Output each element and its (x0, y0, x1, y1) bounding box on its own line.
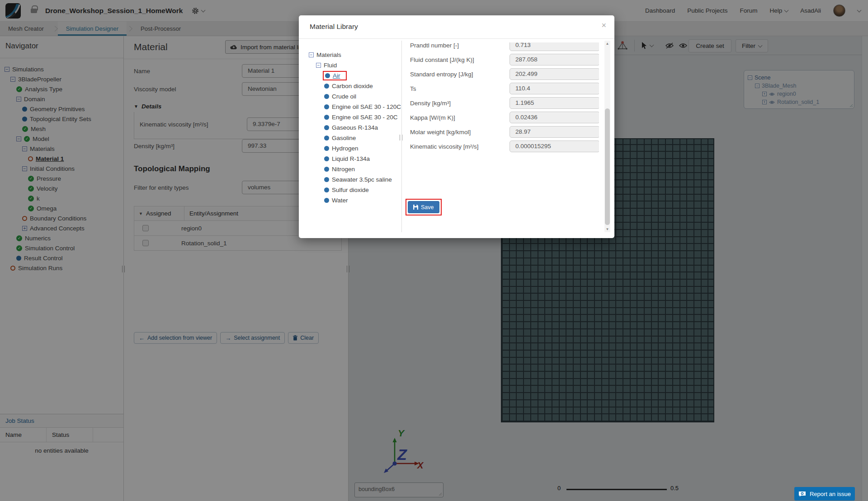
material-properties-form: Prandtl number [-] 0.713 Fluid constant … (406, 42, 599, 232)
modal-title: Material Library (310, 23, 358, 31)
dot-icon (324, 115, 329, 120)
tree-item-air[interactable]: Air (309, 70, 399, 81)
dot-icon (324, 156, 329, 161)
ts-input[interactable]: 110.4 (509, 83, 599, 94)
form-row: Prandtl number [-] 0.713 (410, 42, 597, 52)
dot-icon (324, 125, 329, 130)
report-issue-button[interactable]: Report an issue (794, 487, 855, 501)
modal-scrollbar[interactable]: ▲ ▼ (604, 41, 610, 232)
save-button[interactable]: Save (408, 201, 439, 213)
scroll-down-icon[interactable]: ▼ (604, 227, 610, 231)
tree-item-sulfur-dioxide[interactable]: Sulfur dioxide (309, 185, 399, 195)
tree-item-gasoline[interactable]: Gasoline (309, 133, 399, 143)
collapse-box-icon[interactable] (309, 52, 314, 57)
tree-item-nitrogen[interactable]: Nitrogen (309, 164, 399, 174)
tree-item-engine-oil-20c[interactable]: Engine oil SAE 30 - 20C (309, 112, 399, 122)
fluid-constant-label: Fluid constant [J/(kg K)] (410, 56, 474, 63)
form-row: Molar weight [kg/kmol] 28.97 (410, 125, 597, 139)
tree-item-materials[interactable]: Materials (309, 50, 399, 60)
dot-icon (324, 177, 329, 182)
prandtl-input[interactable]: 0.713 (509, 42, 599, 51)
ts-label: Ts (410, 85, 416, 92)
material-library-tree: Materials Fluid Air Carbon dioxide Crude… (309, 50, 399, 206)
kinematic-viscosity-label: Kinematic viscosity [m²/s] (410, 143, 479, 150)
tree-item-liquid-r134a[interactable]: Liquid R-134a (309, 154, 399, 164)
dot-icon (324, 187, 329, 192)
prandtl-label: Prandtl number [-] (410, 42, 459, 49)
dot-icon (324, 167, 329, 172)
camera-bubble-icon (798, 491, 806, 497)
standard-entropy-input[interactable]: 202.499 (509, 68, 599, 80)
dot-icon (324, 198, 329, 203)
form-row: Standard entropy [J/kg] 202.499 (410, 67, 597, 81)
form-row: Density [kg/m³] 1.1965 (410, 96, 597, 110)
tree-item-seawater[interactable]: Seawater 3.5pc saline (309, 174, 399, 185)
form-row: Kappa [W/(m K)] 0.02436 (410, 110, 597, 125)
dot-icon (324, 94, 329, 99)
molar-weight-label: Molar weight [kg/kmol] (410, 129, 471, 136)
molar-weight-input[interactable]: 28.97 (509, 126, 599, 138)
form-row: Kinematic viscosity [m²/s] 0.000015295 (410, 139, 597, 154)
close-icon[interactable]: × (601, 21, 606, 30)
tree-item-carbon-dioxide[interactable]: Carbon dioxide (309, 81, 399, 91)
scrollbar-thumb[interactable] (605, 108, 610, 225)
dot-icon (324, 146, 329, 151)
form-row: Fluid constant [J/(kg K)] 287.058 (410, 52, 597, 67)
density-label: Density [kg/m³] (410, 100, 451, 107)
dot-icon (324, 136, 329, 140)
material-library-modal: Material Library × Materials Fluid Air C… (299, 15, 614, 238)
tree-item-hydrogen[interactable]: Hydrogen (309, 143, 399, 154)
collapse-box-icon[interactable] (316, 63, 321, 68)
tutorial-highlight-box: Air (323, 71, 347, 80)
kappa-input[interactable]: 0.02436 (509, 112, 599, 123)
density-input[interactable]: 1.1965 (509, 97, 599, 109)
modal-header: Material Library × (299, 15, 614, 39)
save-floppy-icon (413, 205, 418, 210)
dot-icon (324, 84, 329, 89)
tutorial-highlight-box: Save (406, 199, 442, 215)
tree-item-fluid[interactable]: Fluid (309, 60, 399, 70)
dot-icon (325, 73, 330, 78)
kinematic-viscosity-input[interactable]: 0.000015295 (509, 140, 599, 152)
kappa-label: Kappa [W/(m K)] (410, 114, 455, 121)
fluid-constant-input[interactable]: 287.058 (509, 54, 599, 66)
tree-item-crude-oil[interactable]: Crude oil (309, 91, 399, 102)
modal-split-handle[interactable] (400, 135, 402, 140)
tree-item-engine-oil-120c[interactable]: Engine oil SAE 30 - 120C (309, 102, 399, 112)
form-row: Ts 110.4 (410, 81, 597, 96)
scroll-up-icon[interactable]: ▲ (604, 42, 610, 46)
dot-icon (324, 104, 329, 109)
app-window: Drone_Workshop_Session_1_HomeWork Dashbo… (0, 0, 868, 501)
tree-item-water[interactable]: Water (309, 195, 399, 206)
standard-entropy-label: Standard entropy [J/kg] (410, 71, 473, 78)
tree-item-gaseous-r134a[interactable]: Gaseous R-134a (309, 122, 399, 133)
